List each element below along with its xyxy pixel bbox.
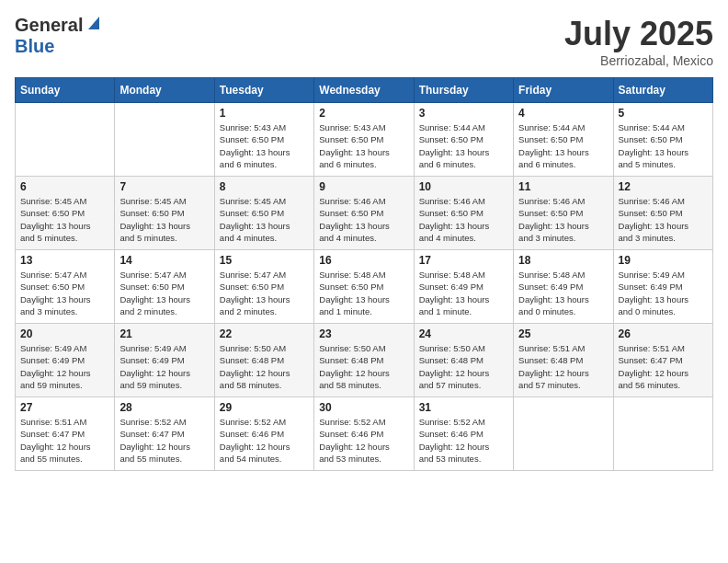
day-of-week-header: Friday	[514, 78, 613, 103]
day-number: 26	[619, 327, 708, 340]
calendar-cell: 18Sunrise: 5:48 AM Sunset: 6:49 PM Dayli…	[514, 250, 613, 324]
calendar-cell: 14Sunrise: 5:47 AM Sunset: 6:50 PM Dayli…	[115, 250, 214, 324]
day-number: 3	[419, 107, 508, 120]
day-number: 27	[20, 401, 109, 414]
day-number: 30	[319, 401, 408, 414]
day-number: 21	[119, 327, 209, 340]
day-info: Sunrise: 5:45 AM Sunset: 6:50 PM Dayligh…	[20, 195, 109, 244]
logo: General Blue	[15, 15, 99, 57]
day-info: Sunrise: 5:44 AM Sunset: 6:50 PM Dayligh…	[518, 121, 608, 170]
calendar-cell: 27Sunrise: 5:51 AM Sunset: 6:47 PM Dayli…	[16, 397, 115, 471]
calendar-cell: 28Sunrise: 5:52 AM Sunset: 6:47 PM Dayli…	[115, 397, 214, 471]
day-number: 9	[319, 180, 408, 193]
calendar-table: SundayMondayTuesdayWednesdayThursdayFrid…	[15, 77, 713, 471]
day-info: Sunrise: 5:46 AM Sunset: 6:50 PM Dayligh…	[518, 195, 608, 244]
day-info: Sunrise: 5:52 AM Sunset: 6:46 PM Dayligh…	[220, 416, 309, 465]
day-number: 18	[518, 254, 608, 267]
calendar-cell: 21Sunrise: 5:49 AM Sunset: 6:49 PM Dayli…	[115, 324, 214, 397]
calendar-week-row: 20Sunrise: 5:49 AM Sunset: 6:49 PM Dayli…	[16, 324, 713, 397]
day-number: 8	[220, 180, 309, 193]
day-info: Sunrise: 5:48 AM Sunset: 6:49 PM Dayligh…	[518, 269, 608, 317]
day-number: 14	[119, 254, 209, 267]
day-number: 16	[319, 254, 408, 267]
calendar-cell: 8Sunrise: 5:45 AM Sunset: 6:50 PM Daylig…	[214, 177, 313, 250]
calendar-cell: 17Sunrise: 5:48 AM Sunset: 6:49 PM Dayli…	[414, 250, 513, 324]
day-number: 23	[319, 327, 408, 340]
calendar-cell: 12Sunrise: 5:46 AM Sunset: 6:50 PM Dayli…	[613, 177, 712, 250]
month-title: July 2025	[564, 15, 713, 53]
day-of-week-header: Wednesday	[314, 78, 414, 103]
day-number: 17	[419, 254, 508, 267]
day-info: Sunrise: 5:50 AM Sunset: 6:48 PM Dayligh…	[319, 342, 408, 391]
day-info: Sunrise: 5:52 AM Sunset: 6:46 PM Dayligh…	[319, 416, 408, 465]
day-number: 2	[319, 107, 408, 120]
calendar-cell: 23Sunrise: 5:50 AM Sunset: 6:48 PM Dayli…	[314, 324, 414, 397]
day-number: 25	[518, 327, 608, 340]
day-number: 7	[119, 180, 209, 193]
calendar-cell: 19Sunrise: 5:49 AM Sunset: 6:49 PM Dayli…	[613, 250, 712, 324]
day-info: Sunrise: 5:46 AM Sunset: 6:50 PM Dayligh…	[619, 195, 708, 244]
calendar-cell: 30Sunrise: 5:52 AM Sunset: 6:46 PM Dayli…	[314, 397, 414, 471]
calendar-cell	[115, 103, 214, 177]
day-info: Sunrise: 5:51 AM Sunset: 6:47 PM Dayligh…	[619, 342, 708, 391]
day-info: Sunrise: 5:44 AM Sunset: 6:50 PM Dayligh…	[419, 121, 508, 170]
day-number: 1	[220, 107, 309, 120]
title-area: July 2025 Berriozabal, Mexico	[564, 15, 713, 68]
calendar-cell: 25Sunrise: 5:51 AM Sunset: 6:48 PM Dayli…	[514, 324, 613, 397]
calendar-cell: 11Sunrise: 5:46 AM Sunset: 6:50 PM Dayli…	[514, 177, 613, 250]
calendar-cell: 4Sunrise: 5:44 AM Sunset: 6:50 PM Daylig…	[514, 103, 613, 177]
day-number: 12	[619, 180, 708, 193]
calendar-cell: 3Sunrise: 5:44 AM Sunset: 6:50 PM Daylig…	[414, 103, 513, 177]
day-number: 13	[20, 254, 109, 267]
day-info: Sunrise: 5:46 AM Sunset: 6:50 PM Dayligh…	[419, 195, 508, 244]
calendar-cell: 5Sunrise: 5:44 AM Sunset: 6:50 PM Daylig…	[613, 103, 712, 177]
day-info: Sunrise: 5:52 AM Sunset: 6:46 PM Dayligh…	[419, 416, 508, 465]
calendar-cell: 24Sunrise: 5:50 AM Sunset: 6:48 PM Dayli…	[414, 324, 513, 397]
day-of-week-header: Monday	[115, 78, 214, 103]
day-of-week-header: Saturday	[613, 78, 712, 103]
calendar-cell: 9Sunrise: 5:46 AM Sunset: 6:50 PM Daylig…	[314, 177, 414, 250]
day-number: 24	[419, 327, 508, 340]
day-info: Sunrise: 5:44 AM Sunset: 6:50 PM Dayligh…	[619, 121, 708, 170]
day-of-week-header: Tuesday	[214, 78, 313, 103]
logo-triangle-icon	[85, 17, 99, 31]
location-text: Berriozabal, Mexico	[564, 53, 713, 68]
calendar-cell: 20Sunrise: 5:49 AM Sunset: 6:49 PM Dayli…	[16, 324, 115, 397]
calendar-cell: 22Sunrise: 5:50 AM Sunset: 6:48 PM Dayli…	[214, 324, 313, 397]
calendar-header-row: SundayMondayTuesdayWednesdayThursdayFrid…	[16, 78, 713, 103]
day-of-week-header: Sunday	[16, 78, 115, 103]
day-info: Sunrise: 5:48 AM Sunset: 6:50 PM Dayligh…	[319, 269, 408, 317]
day-number: 28	[119, 401, 209, 414]
day-number: 4	[518, 107, 608, 120]
day-info: Sunrise: 5:49 AM Sunset: 6:49 PM Dayligh…	[20, 342, 109, 391]
day-number: 10	[419, 180, 508, 193]
calendar-cell: 13Sunrise: 5:47 AM Sunset: 6:50 PM Dayli…	[16, 250, 115, 324]
day-number: 20	[20, 327, 109, 340]
calendar-cell	[514, 397, 613, 471]
day-number: 5	[619, 107, 708, 120]
calendar-cell: 7Sunrise: 5:45 AM Sunset: 6:50 PM Daylig…	[115, 177, 214, 250]
day-info: Sunrise: 5:43 AM Sunset: 6:50 PM Dayligh…	[319, 121, 408, 170]
day-info: Sunrise: 5:50 AM Sunset: 6:48 PM Dayligh…	[419, 342, 508, 391]
logo-general-text: General	[15, 15, 83, 36]
day-info: Sunrise: 5:51 AM Sunset: 6:48 PM Dayligh…	[518, 342, 608, 391]
day-info: Sunrise: 5:52 AM Sunset: 6:47 PM Dayligh…	[119, 416, 209, 465]
calendar-cell: 1Sunrise: 5:43 AM Sunset: 6:50 PM Daylig…	[214, 103, 313, 177]
calendar-cell: 15Sunrise: 5:47 AM Sunset: 6:50 PM Dayli…	[214, 250, 313, 324]
day-info: Sunrise: 5:43 AM Sunset: 6:50 PM Dayligh…	[220, 121, 309, 170]
page-header: General Blue July 2025 Berriozabal, Mexi…	[15, 15, 713, 68]
day-info: Sunrise: 5:45 AM Sunset: 6:50 PM Dayligh…	[220, 195, 309, 244]
logo-blue-text: Blue	[15, 36, 54, 57]
day-number: 19	[619, 254, 708, 267]
day-number: 11	[518, 180, 608, 193]
day-info: Sunrise: 5:47 AM Sunset: 6:50 PM Dayligh…	[119, 269, 209, 317]
calendar-cell: 16Sunrise: 5:48 AM Sunset: 6:50 PM Dayli…	[314, 250, 414, 324]
day-of-week-header: Thursday	[414, 78, 513, 103]
day-number: 6	[20, 180, 109, 193]
day-number: 31	[419, 401, 508, 414]
calendar-week-row: 1Sunrise: 5:43 AM Sunset: 6:50 PM Daylig…	[16, 103, 713, 177]
calendar-week-row: 13Sunrise: 5:47 AM Sunset: 6:50 PM Dayli…	[16, 250, 713, 324]
calendar-cell: 2Sunrise: 5:43 AM Sunset: 6:50 PM Daylig…	[314, 103, 414, 177]
day-info: Sunrise: 5:49 AM Sunset: 6:49 PM Dayligh…	[119, 342, 209, 391]
day-info: Sunrise: 5:47 AM Sunset: 6:50 PM Dayligh…	[20, 269, 109, 317]
